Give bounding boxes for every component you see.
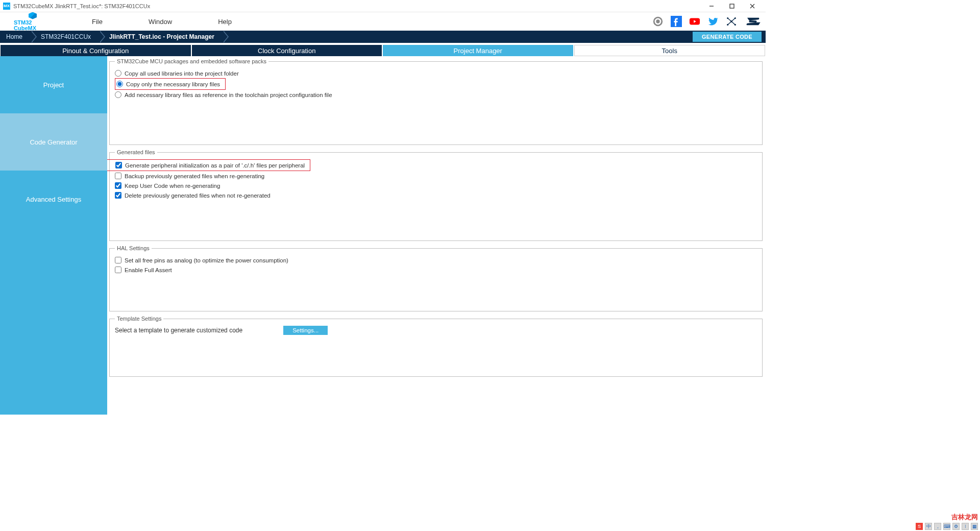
youtube-icon[interactable] xyxy=(689,16,700,27)
check-delete-prev[interactable] xyxy=(115,192,121,199)
group-hal-settings: HAL Settings Set all free pins as analog… xyxy=(109,245,763,311)
group-template-settings: Template Settings Select a template to g… xyxy=(109,316,763,377)
crumb-page[interactable]: JlinkRTT_Test.ioc - Project Manager xyxy=(99,31,223,43)
radio-add-reference[interactable] xyxy=(115,91,121,98)
content-panel: STM32Cube MCU packages and embedded soft… xyxy=(107,56,766,415)
opt-backup[interactable]: Backup previously generated files when r… xyxy=(115,171,757,181)
tab-clock[interactable]: Clock Configuration xyxy=(192,45,382,56)
opt-free-pins-analog[interactable]: Set all free pins as analog (to optimize… xyxy=(115,255,757,265)
titlebar: MX STM32CubeMX JlinkRTT_Test.ioc*: STM32… xyxy=(0,0,766,12)
check-full-assert[interactable] xyxy=(115,267,121,273)
check-gen-pair[interactable] xyxy=(115,162,122,168)
opt-gen-pair[interactable]: Generate peripheral initialization as a … xyxy=(107,160,305,170)
label-full-assert: Enable Full Assert xyxy=(125,267,172,273)
svg-point-3 xyxy=(656,19,659,23)
label-backup: Backup previously generated files when r… xyxy=(125,173,264,179)
st-logo-icon[interactable] xyxy=(744,16,762,27)
cube-icon xyxy=(29,12,37,19)
check-free-pins-analog[interactable] xyxy=(115,257,121,263)
facebook-icon[interactable] xyxy=(671,16,682,27)
highlight-necessary: Copy only the necessary library files xyxy=(115,78,226,90)
twitter-icon[interactable] xyxy=(707,16,719,27)
opt-copy-necessary[interactable]: Copy only the necessary library files xyxy=(116,79,220,89)
menubar: STM32CubeMX File Window Help xyxy=(0,12,766,31)
group-generated-files: Generated files Generate peripheral init… xyxy=(109,149,763,241)
menu-help[interactable]: Help xyxy=(218,18,232,26)
breadcrumb: Home STM32F401CCUx JlinkRTT_Test.ioc - P… xyxy=(0,31,766,43)
group-packages: STM32Cube MCU packages and embedded soft… xyxy=(109,58,763,145)
opt-delete-prev[interactable]: Delete previously generated files when n… xyxy=(115,190,757,200)
label-free-pins-analog: Set all free pins as analog (to optimize… xyxy=(125,257,288,263)
sidebar-item-project[interactable]: Project xyxy=(0,56,107,113)
opt-copy-all[interactable]: Copy all used libraries into the project… xyxy=(115,68,757,78)
sidebar-item-code-generator[interactable]: Code Generator xyxy=(0,113,107,171)
tab-tools[interactable]: Tools xyxy=(574,45,766,56)
tab-pinout[interactable]: Pinout & Configuration xyxy=(1,45,191,56)
opt-full-assert[interactable]: Enable Full Assert xyxy=(115,265,757,275)
maximize-button[interactable] xyxy=(722,0,742,12)
radio-copy-all[interactable] xyxy=(115,70,121,77)
app-logo: STM32CubeMX xyxy=(0,12,46,31)
minimize-button[interactable] xyxy=(701,0,722,12)
tab-project-manager[interactable]: Project Manager xyxy=(383,45,573,56)
svg-rect-0 xyxy=(730,4,734,8)
badge-icon[interactable] xyxy=(652,16,664,27)
label-gen-pair: Generate peripheral initialization as a … xyxy=(125,162,305,168)
sidebar-fill xyxy=(0,228,107,415)
label-keep-user-code: Keep User Code when re-generating xyxy=(125,183,220,189)
menu-file[interactable]: File xyxy=(92,18,103,26)
main-area: Project Code Generator Advanced Settings… xyxy=(0,56,766,415)
network-icon[interactable] xyxy=(726,16,737,27)
crumb-chip[interactable]: STM32F401CCUx xyxy=(31,31,99,43)
opt-keep-user-code[interactable]: Keep User Code when re-generating xyxy=(115,181,757,190)
template-settings-button[interactable]: Settings... xyxy=(283,326,328,335)
label-add-reference: Add necessary library files as reference… xyxy=(125,92,332,98)
main-tabs: Pinout & Configuration Clock Configurati… xyxy=(0,45,766,56)
legend-template: Template Settings xyxy=(115,316,163,322)
label-delete-prev: Delete previously generated files when n… xyxy=(125,192,271,199)
radio-copy-necessary[interactable] xyxy=(116,81,123,87)
app-icon: MX xyxy=(3,3,10,10)
generate-code-button[interactable]: GENERATE CODE xyxy=(693,32,762,42)
window-controls xyxy=(701,0,763,12)
legend-generated-files: Generated files xyxy=(115,149,157,155)
legend-hal: HAL Settings xyxy=(115,245,152,251)
template-prompt: Select a template to generate customized… xyxy=(115,327,242,334)
legend-packages: STM32Cube MCU packages and embedded soft… xyxy=(115,58,268,64)
close-button[interactable] xyxy=(742,0,763,12)
pm-sidebar: Project Code Generator Advanced Settings xyxy=(0,56,107,415)
label-copy-all: Copy all used libraries into the project… xyxy=(125,70,239,77)
check-backup[interactable] xyxy=(115,173,121,179)
check-keep-user-code[interactable] xyxy=(115,182,121,189)
label-copy-necessary: Copy only the necessary library files xyxy=(126,81,220,87)
sidebar-item-advanced[interactable]: Advanced Settings xyxy=(0,171,107,228)
crumb-home[interactable]: Home xyxy=(0,31,31,43)
opt-add-reference[interactable]: Add necessary library files as reference… xyxy=(115,90,757,100)
menu-window[interactable]: Window xyxy=(149,18,172,26)
social-icons xyxy=(652,16,762,27)
window-title: STM32CubeMX JlinkRTT_Test.ioc*: STM32F40… xyxy=(13,3,701,9)
